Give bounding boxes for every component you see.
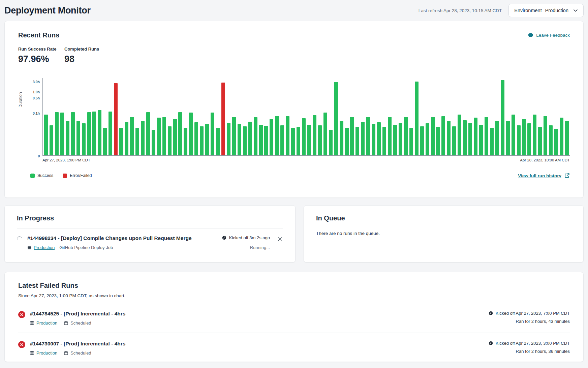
run-bar-success[interactable] [307, 125, 311, 155]
run-bar-failed[interactable] [114, 83, 118, 155]
run-bar-success[interactable] [474, 118, 477, 155]
run-bar-success[interactable] [436, 127, 440, 155]
run-bar-success[interactable] [264, 126, 268, 155]
environment-selector[interactable]: Environment Production [508, 4, 584, 17]
run-bar-success[interactable] [162, 117, 166, 155]
run-bar-success[interactable] [254, 117, 257, 155]
run-bar-success[interactable] [259, 125, 263, 155]
run-bar-success[interactable] [291, 128, 295, 155]
environment-link[interactable]: Production [36, 320, 57, 326]
run-bar-success[interactable] [452, 126, 456, 155]
run-bar-success[interactable] [533, 115, 536, 155]
run-bar-success[interactable] [313, 115, 316, 155]
run-bar-success[interactable] [554, 129, 558, 155]
run-bar-success[interactable] [355, 127, 359, 155]
run-bar-success[interactable] [125, 122, 128, 155]
run-bar-success[interactable] [517, 125, 521, 155]
run-bar-success[interactable] [361, 122, 365, 155]
run-bar-success[interactable] [173, 119, 177, 155]
run-bar-success[interactable] [490, 128, 494, 156]
run-bar-success[interactable] [409, 128, 413, 156]
run-bar-success[interactable] [157, 118, 161, 155]
run-bar-success[interactable] [60, 113, 64, 155]
run-bar-success[interactable] [479, 125, 483, 155]
run-bar-success[interactable] [238, 124, 241, 155]
run-bar-success[interactable] [55, 112, 59, 155]
run-bar-success[interactable] [377, 122, 381, 155]
run-bar-success[interactable] [431, 117, 435, 155]
run-bar-success[interactable] [270, 119, 273, 155]
leave-feedback-link[interactable]: Leave Feedback [528, 32, 570, 38]
run-bar-success[interactable] [141, 121, 145, 155]
run-bar-success[interactable] [189, 113, 193, 155]
run-bar-success[interactable] [495, 121, 499, 155]
run-bar-success[interactable] [82, 123, 86, 155]
run-bar-success[interactable] [512, 115, 515, 155]
run-bar-success[interactable] [318, 125, 322, 155]
run-bar-success[interactable] [468, 123, 472, 156]
run-bar-success[interactable] [178, 112, 182, 155]
run-bar-success[interactable] [184, 128, 187, 156]
run-bar-success[interactable] [302, 118, 306, 156]
environment-link[interactable]: Production [36, 350, 57, 356]
run-bar-success[interactable] [340, 121, 343, 155]
close-icon[interactable] [277, 236, 283, 242]
run-bar-success[interactable] [297, 127, 300, 155]
run-bar-success[interactable] [135, 128, 139, 156]
run-bar-success[interactable] [232, 117, 236, 155]
run-bar-success[interactable] [275, 116, 279, 155]
view-full-run-history-link[interactable]: View full run history [518, 173, 570, 178]
run-bar-success[interactable] [194, 122, 198, 155]
run-bar-success[interactable] [404, 117, 408, 155]
run-bar-success[interactable] [560, 118, 563, 155]
run-bar-success[interactable] [200, 126, 204, 155]
run-bar-success[interactable] [50, 125, 53, 155]
run-bar-success[interactable] [388, 117, 392, 155]
run-bar-success[interactable] [549, 125, 553, 155]
run-bar-success[interactable] [501, 80, 504, 155]
run-bar-success[interactable] [280, 125, 284, 155]
run-bar-success[interactable] [463, 120, 467, 155]
run-bar-success[interactable] [227, 123, 230, 156]
run-bar-success[interactable] [103, 128, 107, 156]
run-bar-success[interactable] [216, 128, 220, 156]
run-bar-success[interactable] [522, 119, 526, 155]
run-bar-success[interactable] [119, 128, 123, 156]
run-bar-success[interactable] [372, 124, 375, 155]
run-bar-success[interactable] [393, 125, 397, 155]
run-bar-success[interactable] [506, 121, 510, 155]
run-bar-success[interactable] [382, 127, 386, 155]
run-bar-success[interactable] [426, 123, 429, 155]
run-bar-success[interactable] [441, 116, 445, 155]
run-bar-success[interactable] [152, 130, 155, 155]
run-bar-success[interactable] [544, 116, 547, 155]
run-bar-success[interactable] [109, 112, 112, 155]
run-bar-success[interactable] [350, 117, 354, 155]
run-bar-success[interactable] [130, 117, 134, 155]
run-bar-success[interactable] [168, 126, 172, 155]
run-bar-success[interactable] [205, 124, 209, 155]
run-bar-success[interactable] [420, 126, 424, 155]
run-bar-success[interactable] [98, 110, 101, 155]
run-bar-success[interactable] [527, 123, 531, 155]
run-bar-success[interactable] [248, 122, 252, 155]
run-bar-success[interactable] [458, 115, 461, 155]
run-bar-success[interactable] [334, 82, 338, 156]
run-bar-success[interactable] [243, 126, 247, 155]
run-bar-success[interactable] [399, 123, 402, 156]
run-bar-success[interactable] [146, 112, 150, 155]
run-bar-success[interactable] [211, 113, 214, 155]
run-bar-success[interactable] [44, 115, 48, 155]
run-bar-success[interactable] [366, 117, 370, 155]
run-bar-success[interactable] [87, 112, 91, 155]
run-bar-success[interactable] [538, 127, 542, 155]
run-bar-success[interactable] [76, 121, 80, 155]
run-bar-success[interactable] [485, 117, 488, 155]
environment-link[interactable]: Production [34, 245, 55, 250]
run-bar-success[interactable] [323, 113, 327, 155]
run-bar-success[interactable] [329, 130, 333, 155]
run-bar-success[interactable] [66, 121, 69, 155]
run-bar-success[interactable] [92, 112, 96, 155]
run-bar-success[interactable] [415, 82, 419, 155]
run-bar-success[interactable] [71, 112, 75, 155]
